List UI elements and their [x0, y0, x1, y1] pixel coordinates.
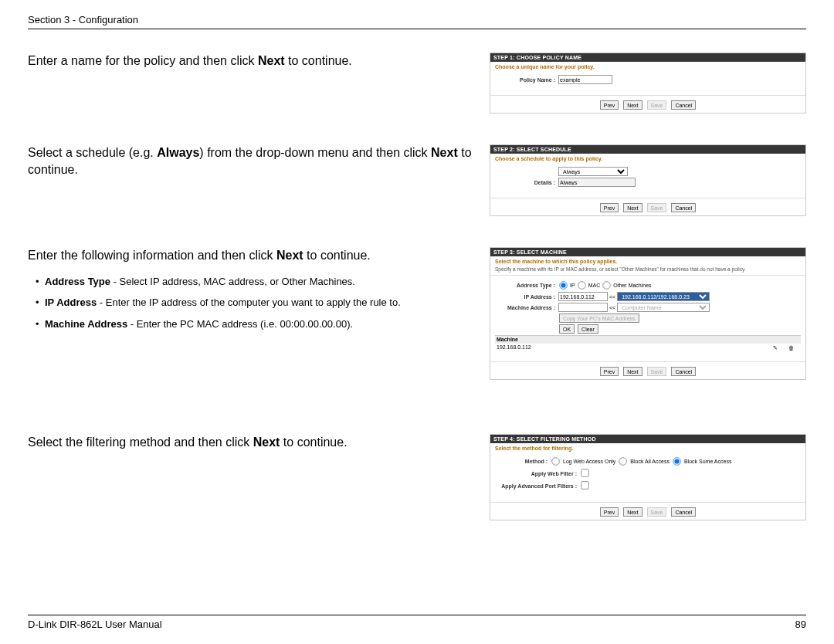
ip-address-input[interactable]: [558, 292, 608, 301]
ip-arrow: <<: [609, 294, 615, 300]
step-3-note: Select the machine to which this policy …: [490, 256, 805, 266]
step-2-title: STEP 2: SELECT SCHEDULE: [490, 145, 805, 154]
instr-4-pre: Select the filtering method and then cli…: [28, 436, 253, 449]
instr-2-mid: ) from the drop-down menu and then click: [199, 146, 431, 159]
instruction-2: Select a schedule (e.g. Always) from the…: [28, 144, 483, 178]
instruction-1: Enter a name for the policy and then cli…: [28, 53, 483, 69]
instr-3-pre: Enter the following information and then…: [28, 249, 276, 262]
radio-ip-label: IP: [570, 283, 575, 288]
cancel-button[interactable]: Cancel: [671, 507, 696, 517]
apply-web-checkbox[interactable]: [581, 469, 588, 476]
cancel-button[interactable]: Cancel: [671, 203, 696, 212]
next-button[interactable]: Next: [623, 367, 642, 376]
instr-3-bold: Next: [276, 249, 303, 262]
prev-button[interactable]: Prev: [600, 367, 619, 376]
apply-port-checkbox[interactable]: [581, 481, 588, 489]
delete-icon[interactable]: 🗑: [788, 344, 795, 351]
screenshot-step-1: STEP 1: CHOOSE POLICY NAME Choose a uniq…: [490, 53, 806, 114]
radio-block-all-label: Block All Access: [630, 459, 670, 464]
row-1: Enter a name for the policy and then cli…: [28, 53, 806, 114]
ok-button[interactable]: OK: [559, 324, 575, 334]
radio-log-web[interactable]: [551, 457, 559, 465]
row-4: Select the filtering method and then cli…: [28, 434, 806, 520]
row-2: Select a schedule (e.g. Always) from the…: [28, 144, 806, 216]
instr-4-bold: Next: [253, 436, 280, 449]
cancel-button[interactable]: Cancel: [671, 100, 696, 110]
instruction-4: Select the filtering method and then cli…: [28, 434, 483, 451]
row-3: Enter the following information and then…: [28, 247, 806, 380]
radio-ip[interactable]: [559, 281, 567, 289]
prev-button[interactable]: Prev: [600, 507, 619, 517]
clear-button[interactable]: Clear: [578, 324, 598, 334]
radio-block-some-label: Block Some Access: [684, 459, 731, 464]
radio-other[interactable]: [602, 281, 610, 289]
instruction-3: Enter the following information and then…: [28, 247, 483, 338]
ip-address-select[interactable]: 192.168.0.112/192.168.0.23: [617, 292, 710, 301]
instr-3-post: to continue.: [303, 249, 371, 262]
save-button: Save: [647, 203, 667, 212]
instr-1-pre: Enter a name for the policy and then cli…: [28, 54, 258, 67]
step-3-title: STEP 3: SELECT MACHINE: [490, 248, 805, 256]
radio-other-label: Other Machines: [613, 283, 651, 288]
bullet-ip-address: IP Address - Enter the IP address of the…: [37, 296, 483, 310]
radio-block-all[interactable]: [619, 457, 627, 465]
machine-address-input[interactable]: [558, 303, 608, 312]
instr-4-post: to continue.: [280, 436, 347, 449]
copy-mac-button: Copy Your PC's MAC Address: [559, 314, 639, 323]
machine-address-label: Machine Address :: [495, 305, 558, 310]
screenshot-step-3: STEP 3: SELECT MACHINE Select the machin…: [490, 247, 806, 380]
apply-port-label: Apply Advanced Port Filters :: [495, 483, 580, 489]
address-type-label: Address Type :: [495, 283, 558, 288]
edit-icon[interactable]: ✎: [771, 344, 778, 351]
footer-page: 89: [795, 619, 806, 630]
footer-manual: D-Link DIR-862L User Manual: [28, 619, 162, 630]
step-3-spec: Specify a machine with its IP or MAC add…: [490, 266, 805, 276]
table-row: 192.168.0.112 ✎ 🗑: [495, 343, 801, 352]
step-1-note: Choose a unique name for your policy.: [490, 62, 805, 72]
screenshot-step-2: STEP 2: SELECT SCHEDULE Choose a schedul…: [490, 144, 806, 216]
step-4-title: STEP 4: SELECT FILTERING METHOD: [490, 435, 805, 443]
machine-table: Machine 192.168.0.112 ✎ 🗑: [495, 335, 801, 352]
instr-2-pre: Select a schedule (e.g.: [28, 146, 157, 159]
ip-address-label: IP Address :: [495, 294, 558, 300]
policy-name-label: Policy Name :: [495, 77, 558, 83]
machine-table-header: Machine: [495, 336, 801, 343]
instr-2-bold2: Next: [431, 146, 458, 159]
footer: D-Link DIR-862L User Manual 89: [28, 615, 806, 630]
radio-mac-label: MAC: [588, 283, 601, 288]
bullet-address-type: Address Type - Select IP address, MAC ad…: [37, 275, 483, 289]
radio-block-some[interactable]: [673, 457, 680, 465]
instr-1-post: to continue.: [285, 54, 352, 67]
next-button[interactable]: Next: [623, 507, 642, 517]
next-button[interactable]: Next: [623, 203, 642, 212]
step-1-title: STEP 1: CHOOSE POLICY NAME: [490, 53, 805, 62]
schedule-select[interactable]: Always: [558, 167, 628, 176]
instr-1-bold: Next: [258, 54, 285, 67]
bullet-machine-address: Machine Address - Enter the PC MAC addre…: [37, 317, 483, 331]
details-label: Details :: [495, 180, 558, 185]
machine-row-ip: 192.168.0.112: [497, 344, 767, 351]
policy-name-input[interactable]: [558, 75, 612, 84]
step-2-note: Choose a schedule to apply to this polic…: [490, 154, 805, 164]
save-button: Save: [647, 507, 667, 517]
radio-mac[interactable]: [578, 281, 585, 289]
method-label: Method :: [495, 459, 551, 464]
instr-2-bold1: Always: [157, 146, 199, 159]
save-button: Save: [647, 100, 667, 110]
radio-log-web-label: Log Web Access Only: [563, 459, 615, 464]
mach-arrow: <<: [609, 305, 615, 310]
step-4-note: Select the method for filtering.: [490, 443, 805, 453]
prev-button[interactable]: Prev: [600, 203, 619, 212]
machine-address-select[interactable]: Computer Name: [617, 303, 710, 312]
save-button: Save: [647, 367, 667, 376]
next-button[interactable]: Next: [623, 100, 642, 110]
cancel-button[interactable]: Cancel: [671, 367, 696, 376]
header-breadcrumb: Section 3 - Configuration: [28, 14, 806, 29]
screenshot-step-4: STEP 4: SELECT FILTERING METHOD Select t…: [490, 434, 806, 520]
details-input[interactable]: [558, 178, 636, 187]
prev-button[interactable]: Prev: [600, 100, 619, 110]
bullet-list: Address Type - Select IP address, MAC ad…: [28, 275, 483, 331]
apply-web-label: Apply Web Filter :: [495, 471, 580, 476]
